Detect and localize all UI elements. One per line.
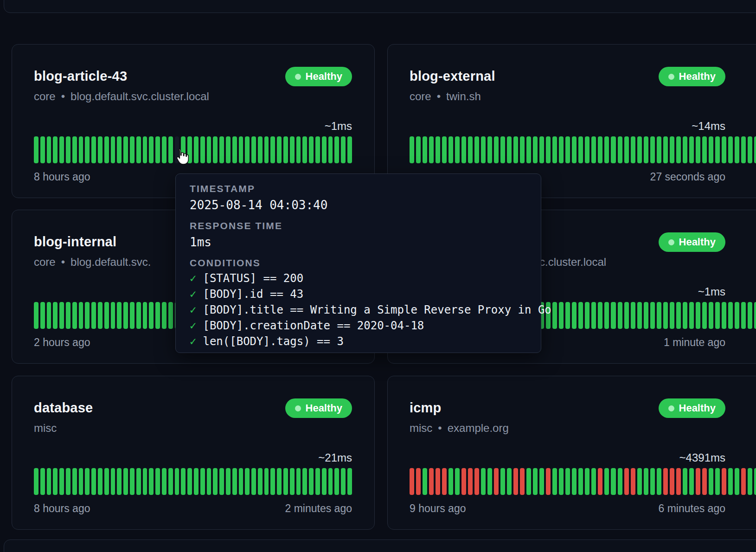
status-bar[interactable]	[715, 468, 720, 495]
status-bar[interactable]	[98, 468, 103, 495]
status-bar[interactable]	[637, 136, 642, 163]
status-bar[interactable]	[696, 302, 700, 329]
status-bar[interactable]	[143, 302, 147, 329]
status-bar[interactable]	[59, 468, 64, 495]
status-bar[interactable]	[245, 468, 250, 495]
status-bar[interactable]	[591, 136, 596, 163]
status-bar[interactable]	[578, 468, 583, 495]
status-bar[interactable]	[213, 136, 218, 163]
status-bar[interactable]	[168, 302, 173, 329]
status-bar[interactable]	[104, 302, 109, 329]
status-bar[interactable]	[487, 468, 492, 495]
status-bar[interactable]	[53, 468, 58, 495]
status-bar[interactable]	[423, 136, 427, 163]
status-bar[interactable]	[546, 468, 551, 495]
status-bar[interactable]	[565, 136, 570, 163]
status-bar[interactable]	[572, 136, 577, 163]
status-bar[interactable]	[611, 302, 615, 329]
status-bar[interactable]	[264, 136, 269, 163]
status-bar[interactable]	[618, 468, 622, 495]
status-bar[interactable]	[650, 468, 655, 495]
status-bar[interactable]	[111, 136, 115, 163]
status-bar[interactable]	[59, 136, 64, 163]
status-bar[interactable]	[611, 136, 615, 163]
status-bar[interactable]	[748, 468, 752, 495]
status-bar[interactable]	[702, 136, 707, 163]
status-bar[interactable]	[448, 136, 453, 163]
status-bar[interactable]	[533, 136, 538, 163]
partial-card-below[interactable]	[4, 539, 756, 552]
status-bar[interactable]	[735, 302, 739, 329]
status-bar[interactable]	[111, 302, 115, 329]
status-bar[interactable]	[644, 468, 648, 495]
status-bar[interactable]	[302, 468, 307, 495]
status-bar[interactable]	[559, 468, 564, 495]
status-bar[interactable]	[40, 136, 45, 163]
status-bar[interactable]	[66, 468, 70, 495]
status-bar[interactable]	[461, 136, 466, 163]
status-bar[interactable]	[644, 136, 648, 163]
status-bar[interactable]	[715, 302, 720, 329]
status-bar[interactable]	[748, 136, 752, 163]
status-bar[interactable]	[162, 136, 167, 163]
status-bar[interactable]	[194, 136, 199, 163]
status-bar[interactable]	[565, 302, 570, 329]
status-bar[interactable]	[40, 302, 45, 329]
status-bar[interactable]	[500, 468, 505, 495]
status-bar[interactable]	[85, 468, 90, 495]
status-bar[interactable]	[604, 468, 609, 495]
status-bar[interactable]	[657, 302, 661, 329]
status-bar[interactable]	[207, 136, 211, 163]
status-bar[interactable]	[251, 468, 256, 495]
status-bar[interactable]	[239, 468, 243, 495]
status-bar[interactable]	[526, 468, 531, 495]
status-bar[interactable]	[663, 136, 668, 163]
status-bar[interactable]	[79, 468, 83, 495]
status-bar[interactable]	[598, 136, 602, 163]
status-bar[interactable]	[123, 302, 128, 329]
status-bar[interactable]	[34, 302, 38, 329]
status-bar[interactable]	[618, 302, 622, 329]
status-bar[interactable]	[539, 468, 544, 495]
status-bar[interactable]	[162, 468, 167, 495]
status-bar[interactable]	[468, 468, 473, 495]
status-bar[interactable]	[59, 302, 64, 329]
status-bar[interactable]	[644, 302, 648, 329]
status-bar[interactable]	[85, 136, 90, 163]
status-bar[interactable]	[117, 468, 122, 495]
status-bar[interactable]	[442, 468, 447, 495]
status-bar[interactable]	[309, 136, 314, 163]
status-bar[interactable]	[309, 468, 314, 495]
status-bar[interactable]	[578, 302, 583, 329]
status-bar[interactable]	[79, 136, 83, 163]
status-bar[interactable]	[611, 468, 615, 495]
status-bar[interactable]	[520, 136, 525, 163]
status-bar[interactable]	[572, 302, 577, 329]
status-bar[interactable]	[219, 136, 224, 163]
status-bar[interactable]	[410, 468, 414, 495]
status-bar[interactable]	[507, 468, 512, 495]
status-bar[interactable]	[500, 136, 505, 163]
status-bar[interactable]	[239, 136, 243, 163]
status-bar[interactable]	[520, 468, 525, 495]
status-bar[interactable]	[72, 468, 77, 495]
status-bar[interactable]	[670, 136, 674, 163]
status-bar[interactable]	[748, 302, 752, 329]
status-bar[interactable]	[410, 136, 414, 163]
status-bar[interactable]	[149, 136, 154, 163]
status-bar[interactable]	[689, 136, 694, 163]
status-bar[interactable]	[565, 468, 570, 495]
status-bar[interactable]	[232, 468, 237, 495]
status-bar[interactable]	[494, 468, 499, 495]
status-bar[interactable]	[258, 136, 263, 163]
status-bar[interactable]	[670, 468, 674, 495]
status-bar[interactable]	[474, 136, 479, 163]
status-bar[interactable]	[657, 136, 661, 163]
status-bar[interactable]	[149, 468, 154, 495]
status-bar[interactable]	[676, 136, 681, 163]
status-bar[interactable]	[175, 468, 179, 495]
status-bar[interactable]	[670, 302, 674, 329]
status-bar[interactable]	[168, 468, 173, 495]
partial-card-above[interactable]	[4, 0, 756, 13]
status-bar[interactable]	[481, 468, 486, 495]
